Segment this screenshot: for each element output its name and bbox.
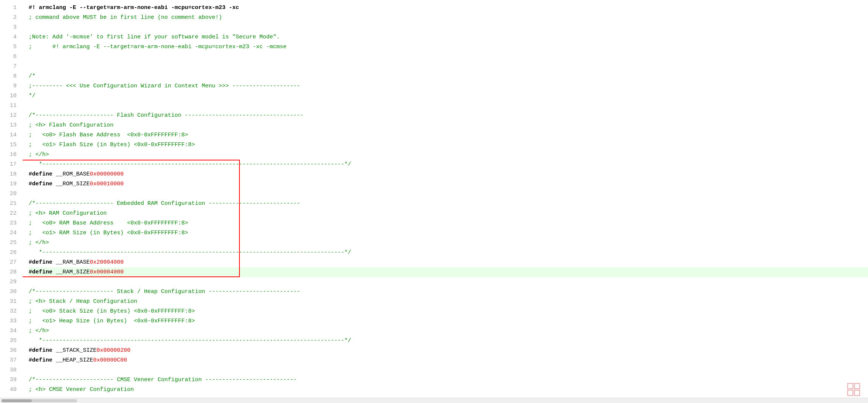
code-line-20 xyxy=(29,189,868,199)
code-line-32: ; <o0> Stack Size (in Bytes) <0x0-0xFFFF… xyxy=(29,307,868,316)
code-area: 1234567891011121314151617181920212223242… xyxy=(0,0,868,398)
scrollbar-track[interactable] xyxy=(2,399,77,402)
svg-rect-1 xyxy=(854,383,860,389)
code-line-6 xyxy=(29,52,868,62)
code-line-19: #define __ROM_SIZE 0x00010000 xyxy=(29,179,868,189)
code-line-31: ; <h> Stack / Heap Configuration xyxy=(29,297,868,307)
svg-rect-3 xyxy=(854,390,860,395)
code-content[interactable]: #! armclang -E --target=arm-arm-none-eab… xyxy=(23,3,868,395)
code-line-39: /*----------------------- CMSE Veneer Co… xyxy=(29,375,868,385)
code-line-9: ;--------- <<< Use Configuration Wizard … xyxy=(29,81,868,91)
code-line-24: ; <o1> RAM Size (in Bytes) <0x0-0xFFFFFF… xyxy=(29,228,868,238)
bottom-right-icon xyxy=(847,383,860,396)
code-line-27: #define __RAM_BASE 0x20004000 xyxy=(29,258,868,267)
code-line-28: #define __RAM_SIZE 0x00004000 xyxy=(29,267,868,277)
horizontal-scrollbar[interactable] xyxy=(0,398,868,403)
code-line-29 xyxy=(29,277,868,287)
line-numbers: 1234567891011121314151617181920212223242… xyxy=(0,3,23,395)
code-line-13: ; <h> Flash Configuration xyxy=(29,121,868,130)
code-line-34: ; </h> xyxy=(29,326,868,336)
code-editor: 1234567891011121314151617181920212223242… xyxy=(0,0,868,403)
code-line-7 xyxy=(29,62,868,72)
code-line-18: #define __ROM_BASE 0x00000000 xyxy=(29,169,868,179)
code-line-10: */ xyxy=(29,91,868,101)
code-line-21: /*----------------------- Embedded RAM C… xyxy=(29,199,868,209)
code-line-40: ; <h> CMSE Veneer Configuration xyxy=(29,385,868,395)
code-line-2: ; command above MUST be in first line (n… xyxy=(29,13,868,23)
code-line-16: ; </h> xyxy=(29,150,868,160)
svg-rect-0 xyxy=(848,383,853,389)
code-line-33: ; <o1> Heap Size (in Bytes) <0x0-0xFFFFF… xyxy=(29,316,868,326)
code-line-3 xyxy=(29,23,868,32)
code-line-17: *---------------------------------------… xyxy=(29,160,868,169)
svg-rect-2 xyxy=(848,390,853,395)
code-line-1: #! armclang -E --target=arm-arm-none-eab… xyxy=(29,3,868,13)
code-line-15: ; <o1> Flash Size (in Bytes) <0x0-0xFFFF… xyxy=(29,140,868,150)
code-line-4: ;Note: Add '-mcmse' to first line if you… xyxy=(29,32,868,42)
code-line-38 xyxy=(29,365,868,375)
code-line-30: /*----------------------- Stack / Heap C… xyxy=(29,287,868,297)
code-line-14: ; <o0> Flash Base Address <0x0-0xFFFFFFF… xyxy=(29,130,868,140)
code-line-12: /*----------------------- Flash Configur… xyxy=(29,111,868,121)
code-line-35: *---------------------------------------… xyxy=(29,336,868,346)
code-line-26: *---------------------------------------… xyxy=(29,248,868,258)
code-line-23: ; <o0> RAM Base Address <0x0-0xFFFFFFFF:… xyxy=(29,218,868,228)
code-line-11 xyxy=(29,101,868,111)
code-line-5: ; #! armclang -E --target=arm-arm-none-e… xyxy=(29,42,868,52)
code-line-22: ; <h> RAM Configuration xyxy=(29,209,868,218)
scrollbar-thumb[interactable] xyxy=(2,399,32,402)
code-line-36: #define __STACK_SIZE 0x00000200 xyxy=(29,346,868,356)
code-line-37: #define __HEAP_SIZE 0x00000C00 xyxy=(29,356,868,365)
code-line-8: /* xyxy=(29,72,868,81)
code-line-25: ; </h> xyxy=(29,238,868,248)
